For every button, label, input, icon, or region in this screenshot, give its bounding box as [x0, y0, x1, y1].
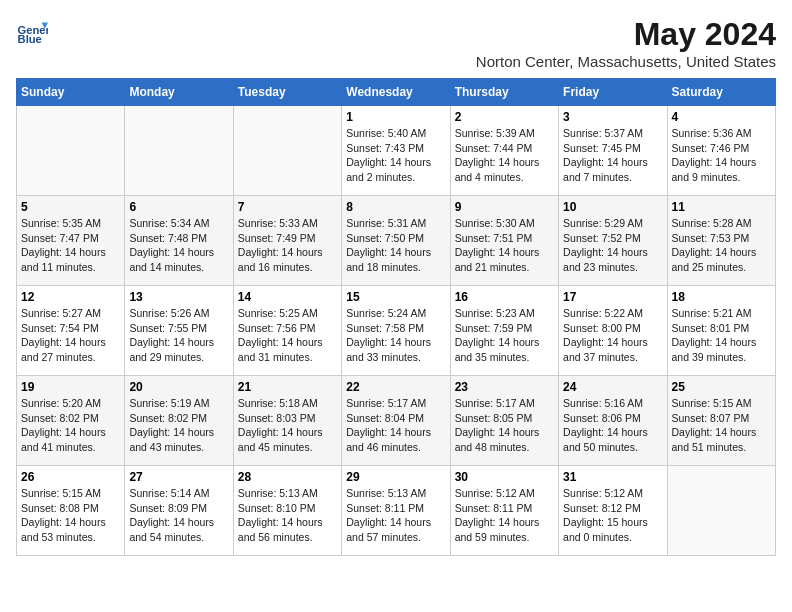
calendar-cell: 11Sunrise: 5:28 AMSunset: 7:53 PMDayligh…	[667, 196, 775, 286]
day-info: Sunrise: 5:31 AMSunset: 7:50 PMDaylight:…	[346, 216, 445, 275]
day-info: Sunrise: 5:26 AMSunset: 7:55 PMDaylight:…	[129, 306, 228, 365]
calendar-cell: 8Sunrise: 5:31 AMSunset: 7:50 PMDaylight…	[342, 196, 450, 286]
calendar-table: SundayMondayTuesdayWednesdayThursdayFrid…	[16, 78, 776, 556]
svg-text:Blue: Blue	[18, 33, 42, 45]
day-number: 4	[672, 110, 771, 124]
day-number: 22	[346, 380, 445, 394]
day-info: Sunrise: 5:19 AMSunset: 8:02 PMDaylight:…	[129, 396, 228, 455]
main-title: May 2024	[476, 16, 776, 53]
day-info: Sunrise: 5:33 AMSunset: 7:49 PMDaylight:…	[238, 216, 337, 275]
day-number: 1	[346, 110, 445, 124]
day-number: 13	[129, 290, 228, 304]
day-number: 16	[455, 290, 554, 304]
calendar-cell	[233, 106, 341, 196]
calendar-week-3: 12Sunrise: 5:27 AMSunset: 7:54 PMDayligh…	[17, 286, 776, 376]
day-info: Sunrise: 5:23 AMSunset: 7:59 PMDaylight:…	[455, 306, 554, 365]
day-number: 8	[346, 200, 445, 214]
day-number: 12	[21, 290, 120, 304]
calendar-cell: 26Sunrise: 5:15 AMSunset: 8:08 PMDayligh…	[17, 466, 125, 556]
calendar-cell: 21Sunrise: 5:18 AMSunset: 8:03 PMDayligh…	[233, 376, 341, 466]
day-number: 7	[238, 200, 337, 214]
day-number: 26	[21, 470, 120, 484]
calendar-cell: 13Sunrise: 5:26 AMSunset: 7:55 PMDayligh…	[125, 286, 233, 376]
day-info: Sunrise: 5:18 AMSunset: 8:03 PMDaylight:…	[238, 396, 337, 455]
day-info: Sunrise: 5:12 AMSunset: 8:11 PMDaylight:…	[455, 486, 554, 545]
day-number: 31	[563, 470, 662, 484]
calendar-cell: 28Sunrise: 5:13 AMSunset: 8:10 PMDayligh…	[233, 466, 341, 556]
calendar-cell: 3Sunrise: 5:37 AMSunset: 7:45 PMDaylight…	[559, 106, 667, 196]
day-number: 23	[455, 380, 554, 394]
day-number: 25	[672, 380, 771, 394]
calendar-cell: 30Sunrise: 5:12 AMSunset: 8:11 PMDayligh…	[450, 466, 558, 556]
calendar-cell: 23Sunrise: 5:17 AMSunset: 8:05 PMDayligh…	[450, 376, 558, 466]
calendar-cell: 18Sunrise: 5:21 AMSunset: 8:01 PMDayligh…	[667, 286, 775, 376]
day-info: Sunrise: 5:22 AMSunset: 8:00 PMDaylight:…	[563, 306, 662, 365]
day-info: Sunrise: 5:21 AMSunset: 8:01 PMDaylight:…	[672, 306, 771, 365]
calendar-header: SundayMondayTuesdayWednesdayThursdayFrid…	[17, 79, 776, 106]
calendar-week-5: 26Sunrise: 5:15 AMSunset: 8:08 PMDayligh…	[17, 466, 776, 556]
calendar-cell	[125, 106, 233, 196]
column-header-friday: Friday	[559, 79, 667, 106]
calendar-cell: 29Sunrise: 5:13 AMSunset: 8:11 PMDayligh…	[342, 466, 450, 556]
day-number: 3	[563, 110, 662, 124]
column-header-monday: Monday	[125, 79, 233, 106]
day-info: Sunrise: 5:17 AMSunset: 8:04 PMDaylight:…	[346, 396, 445, 455]
column-header-sunday: Sunday	[17, 79, 125, 106]
calendar-cell: 15Sunrise: 5:24 AMSunset: 7:58 PMDayligh…	[342, 286, 450, 376]
day-info: Sunrise: 5:36 AMSunset: 7:46 PMDaylight:…	[672, 126, 771, 185]
day-info: Sunrise: 5:35 AMSunset: 7:47 PMDaylight:…	[21, 216, 120, 275]
day-number: 19	[21, 380, 120, 394]
day-number: 20	[129, 380, 228, 394]
day-info: Sunrise: 5:12 AMSunset: 8:12 PMDaylight:…	[563, 486, 662, 545]
day-number: 28	[238, 470, 337, 484]
day-info: Sunrise: 5:15 AMSunset: 8:07 PMDaylight:…	[672, 396, 771, 455]
title-block: May 2024 Norton Center, Massachusetts, U…	[476, 16, 776, 70]
logo: General Blue	[16, 16, 48, 48]
calendar-cell: 9Sunrise: 5:30 AMSunset: 7:51 PMDaylight…	[450, 196, 558, 286]
day-info: Sunrise: 5:13 AMSunset: 8:10 PMDaylight:…	[238, 486, 337, 545]
day-number: 29	[346, 470, 445, 484]
calendar-cell: 17Sunrise: 5:22 AMSunset: 8:00 PMDayligh…	[559, 286, 667, 376]
calendar-cell: 5Sunrise: 5:35 AMSunset: 7:47 PMDaylight…	[17, 196, 125, 286]
calendar-cell: 19Sunrise: 5:20 AMSunset: 8:02 PMDayligh…	[17, 376, 125, 466]
day-number: 11	[672, 200, 771, 214]
page-header: General Blue May 2024 Norton Center, Mas…	[16, 16, 776, 70]
day-number: 14	[238, 290, 337, 304]
day-info: Sunrise: 5:34 AMSunset: 7:48 PMDaylight:…	[129, 216, 228, 275]
column-header-saturday: Saturday	[667, 79, 775, 106]
day-number: 18	[672, 290, 771, 304]
day-info: Sunrise: 5:28 AMSunset: 7:53 PMDaylight:…	[672, 216, 771, 275]
day-number: 5	[21, 200, 120, 214]
column-header-thursday: Thursday	[450, 79, 558, 106]
calendar-cell: 2Sunrise: 5:39 AMSunset: 7:44 PMDaylight…	[450, 106, 558, 196]
calendar-cell: 7Sunrise: 5:33 AMSunset: 7:49 PMDaylight…	[233, 196, 341, 286]
day-info: Sunrise: 5:15 AMSunset: 8:08 PMDaylight:…	[21, 486, 120, 545]
calendar-cell: 31Sunrise: 5:12 AMSunset: 8:12 PMDayligh…	[559, 466, 667, 556]
day-info: Sunrise: 5:39 AMSunset: 7:44 PMDaylight:…	[455, 126, 554, 185]
day-number: 30	[455, 470, 554, 484]
day-info: Sunrise: 5:40 AMSunset: 7:43 PMDaylight:…	[346, 126, 445, 185]
calendar-cell: 20Sunrise: 5:19 AMSunset: 8:02 PMDayligh…	[125, 376, 233, 466]
calendar-cell: 16Sunrise: 5:23 AMSunset: 7:59 PMDayligh…	[450, 286, 558, 376]
calendar-cell: 12Sunrise: 5:27 AMSunset: 7:54 PMDayligh…	[17, 286, 125, 376]
calendar-cell: 1Sunrise: 5:40 AMSunset: 7:43 PMDaylight…	[342, 106, 450, 196]
day-number: 2	[455, 110, 554, 124]
day-info: Sunrise: 5:29 AMSunset: 7:52 PMDaylight:…	[563, 216, 662, 275]
logo-icon: General Blue	[16, 16, 48, 48]
day-number: 6	[129, 200, 228, 214]
day-info: Sunrise: 5:27 AMSunset: 7:54 PMDaylight:…	[21, 306, 120, 365]
day-number: 24	[563, 380, 662, 394]
calendar-week-4: 19Sunrise: 5:20 AMSunset: 8:02 PMDayligh…	[17, 376, 776, 466]
subtitle: Norton Center, Massachusetts, United Sta…	[476, 53, 776, 70]
column-header-wednesday: Wednesday	[342, 79, 450, 106]
day-info: Sunrise: 5:30 AMSunset: 7:51 PMDaylight:…	[455, 216, 554, 275]
day-info: Sunrise: 5:20 AMSunset: 8:02 PMDaylight:…	[21, 396, 120, 455]
column-header-tuesday: Tuesday	[233, 79, 341, 106]
day-info: Sunrise: 5:13 AMSunset: 8:11 PMDaylight:…	[346, 486, 445, 545]
calendar-week-1: 1Sunrise: 5:40 AMSunset: 7:43 PMDaylight…	[17, 106, 776, 196]
day-number: 9	[455, 200, 554, 214]
day-info: Sunrise: 5:24 AMSunset: 7:58 PMDaylight:…	[346, 306, 445, 365]
calendar-week-2: 5Sunrise: 5:35 AMSunset: 7:47 PMDaylight…	[17, 196, 776, 286]
calendar-cell	[667, 466, 775, 556]
calendar-cell: 10Sunrise: 5:29 AMSunset: 7:52 PMDayligh…	[559, 196, 667, 286]
